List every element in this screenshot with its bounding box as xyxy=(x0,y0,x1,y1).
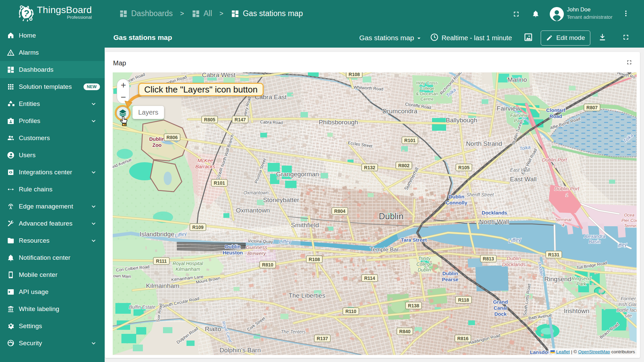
svg-text:Holy Cross: Holy Cross xyxy=(416,80,438,85)
svg-text:Oxmantown: Oxmantown xyxy=(244,190,269,195)
svg-text:Ballybough: Ballybough xyxy=(446,117,477,124)
svg-text:R802: R802 xyxy=(398,163,410,168)
svg-text:Dolphin's Barn: Dolphin's Barn xyxy=(220,347,261,354)
svg-text:Pier Con: Pier Con xyxy=(622,218,637,223)
svg-text:R840: R840 xyxy=(399,329,411,334)
svg-text:Grand: Grand xyxy=(493,299,508,305)
svg-text:Fairview: Fairview xyxy=(497,105,521,112)
svg-text:Ringsend: Ringsend xyxy=(571,276,591,281)
svg-text:Dublin: Dublin xyxy=(507,255,521,261)
svg-text:Bottle facto: Bottle facto xyxy=(616,307,637,313)
svg-text:R108: R108 xyxy=(348,72,360,77)
svg-text:Ringsend: Ringsend xyxy=(544,276,571,283)
svg-text:Irishtown: Irishtown xyxy=(564,307,589,314)
svg-text:Centre: Centre xyxy=(420,97,433,102)
svg-text:Dublin Port: Dublin Port xyxy=(554,186,580,191)
svg-text:Docklands: Docklands xyxy=(482,210,507,216)
svg-text:R816: R816 xyxy=(457,336,469,341)
svg-text:Connolly: Connolly xyxy=(446,200,468,205)
svg-text:R111: R111 xyxy=(156,258,167,264)
svg-text:R101: R101 xyxy=(214,180,225,186)
svg-text:North Strand: North Strand xyxy=(466,140,502,147)
svg-text:Heuston: Heuston xyxy=(223,250,243,255)
svg-text:Dublin: Dublin xyxy=(225,244,241,249)
svg-text:R806: R806 xyxy=(166,135,178,140)
svg-text:Fairview: Fairview xyxy=(510,113,528,118)
svg-text:R110: R110 xyxy=(345,309,357,314)
svg-text:R804: R804 xyxy=(334,208,345,214)
svg-text:Temple Bar: Temple Bar xyxy=(370,246,399,253)
svg-text:own Main: own Main xyxy=(113,274,131,279)
svg-text:Dublin: Dublin xyxy=(379,211,404,221)
svg-text:College: College xyxy=(416,261,432,267)
svg-text:R137: R137 xyxy=(317,336,328,341)
svg-text:North-Wall: North-Wall xyxy=(479,218,509,225)
svg-text:Alexandra: Alexandra xyxy=(584,234,605,239)
svg-text:Road: Road xyxy=(549,113,562,119)
svg-text:Rialto: Rialto xyxy=(205,325,221,333)
svg-text:R813: R813 xyxy=(483,256,494,261)
svg-text:R132: R132 xyxy=(364,165,375,170)
svg-text:Trinity: Trinity xyxy=(418,256,431,261)
svg-text:Royal Hospital: Royal Hospital xyxy=(173,261,203,266)
svg-text:Cabra Road: Cabra Road xyxy=(260,120,283,125)
svg-text:1: 1 xyxy=(553,164,555,169)
svg-text:Tara Street: Tara Street xyxy=(401,237,427,243)
svg-text:Grangegorman: Grangegorman xyxy=(276,171,319,178)
svg-text:R108: R108 xyxy=(309,257,320,262)
svg-text:R131: R131 xyxy=(548,252,559,257)
svg-text:Basin: Basin xyxy=(589,239,600,244)
svg-text:Oxmantown: Oxmantown xyxy=(236,207,270,214)
svg-text:Dock: Dock xyxy=(494,311,507,317)
svg-text:R114: R114 xyxy=(364,276,375,281)
svg-text:Dublin Port: Dublin Port xyxy=(542,157,567,163)
svg-text:site: site xyxy=(625,313,632,318)
svg-text:Pearse: Pearse xyxy=(442,277,458,282)
svg-text:College: College xyxy=(420,86,434,91)
svg-text:Guinness: Guinness xyxy=(246,244,267,250)
svg-text:Terminal: Terminal xyxy=(555,217,572,222)
svg-text:R105: R105 xyxy=(458,165,470,170)
svg-text:Cabra West: Cabra West xyxy=(202,72,236,78)
svg-text:Drumcondra: Drumcondra xyxy=(382,108,418,115)
svg-text:R138: R138 xyxy=(408,303,419,308)
svg-text:R101: R101 xyxy=(404,138,416,143)
svg-text:Islandbridge: Islandbridge xyxy=(140,231,174,238)
svg-text:The Tenters: The Tenters xyxy=(281,329,306,335)
svg-text:The Liberties: The Liberties xyxy=(288,292,325,299)
svg-text:McKee: McKee xyxy=(198,158,213,163)
svg-text:Marino: Marino xyxy=(507,76,527,83)
svg-text:Canal: Canal xyxy=(494,305,507,311)
svg-text:Ocea: Ocea xyxy=(624,213,634,218)
svg-text:East Wall: East Wall xyxy=(510,176,537,183)
svg-text:Termin: Termin xyxy=(624,223,637,228)
svg-text:R109: R109 xyxy=(192,225,204,230)
svg-text:R805: R805 xyxy=(204,117,215,122)
svg-text:Docklands: Docklands xyxy=(502,261,526,267)
svg-text:Dublin: Dublin xyxy=(149,136,165,142)
svg-text:Phibsborough: Phibsborough xyxy=(319,119,358,126)
svg-text:& Diocesan: & Diocesan xyxy=(416,91,438,96)
svg-text:Clontarf: Clontarf xyxy=(546,107,566,113)
svg-text:Zoo: Zoo xyxy=(152,142,162,148)
svg-text:R118: R118 xyxy=(458,297,469,303)
svg-text:Sheriff Street: Sheriff Street xyxy=(466,192,494,197)
svg-text:Stoneybatter: Stoneybatter xyxy=(263,196,299,203)
svg-text:Bulfin Estate: Bulfin Estate xyxy=(129,304,156,310)
svg-text:Victoria Quay: Victoria Quay xyxy=(248,239,273,244)
svg-text:Kilmainham: Kilmainham xyxy=(146,282,179,289)
svg-text:Irish Glas: Irish Glas xyxy=(618,302,637,307)
svg-text:4: 4 xyxy=(562,223,564,228)
svg-text:Brewery: Brewery xyxy=(247,250,266,256)
svg-text:Dublin: Dublin xyxy=(442,270,458,276)
svg-text:Dublin: Dublin xyxy=(449,194,465,199)
svg-text:Smithfield: Smithfield xyxy=(291,222,319,229)
svg-text:1: 1 xyxy=(566,192,568,197)
svg-text:R810: R810 xyxy=(262,262,273,267)
svg-text:R147: R147 xyxy=(234,117,246,122)
svg-text:Kilmainham: Kilmainham xyxy=(175,266,200,272)
svg-text:Liffey: Liffey xyxy=(279,239,291,244)
svg-text:Park: Park xyxy=(577,281,587,287)
svg-text:Former: Former xyxy=(621,296,636,301)
svg-text:R807: R807 xyxy=(586,105,598,110)
